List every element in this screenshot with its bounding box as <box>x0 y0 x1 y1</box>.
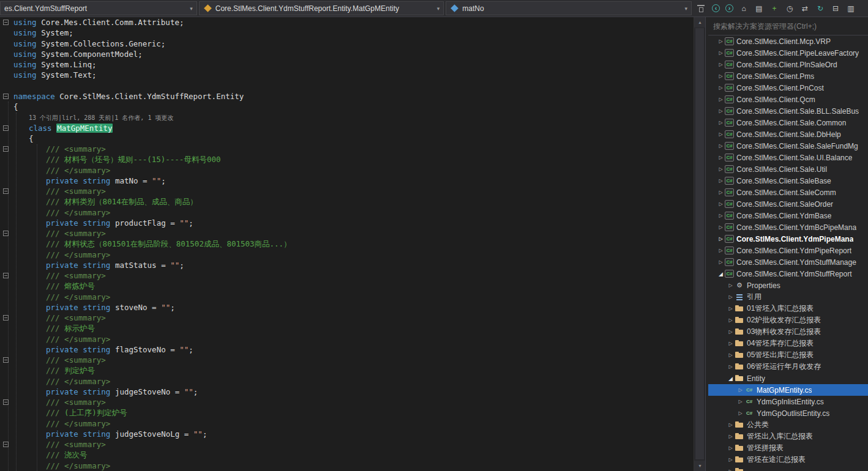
expand-arrow-icon[interactable]: ▷ <box>727 457 735 462</box>
editor-scrollbar[interactable]: ▲ ▼ <box>694 17 705 471</box>
code-line[interactable]: /// </summary> <box>0 207 694 218</box>
switch-views-icon[interactable]: ▤ <box>754 4 764 13</box>
expand-arrow-icon[interactable]: ▷ <box>727 352 735 358</box>
expand-arrow-icon[interactable]: ▷ <box>727 283 735 288</box>
tree-item[interactable]: ▷C#Core.StlMes.Client.YdmBcPipeMana <box>708 221 868 233</box>
collapse-all-icon[interactable]: ⊟ <box>831 4 840 13</box>
expand-arrow-icon[interactable]: ▷ <box>717 62 725 67</box>
tree-item[interactable]: ▷C#Core.StlMes.Client.YdmPipeReport <box>708 245 868 256</box>
expand-arrow-icon[interactable]: ▷ <box>717 39 725 44</box>
expand-arrow-icon[interactable]: ▷ <box>717 85 725 91</box>
tree-item[interactable]: ▷C#MatGpMEntity.cs <box>708 384 868 396</box>
code-line[interactable]: /// <summary> <box>0 439 694 450</box>
codelens-info[interactable]: 13 个引用|lirl, 288 天前|1 名作者, 1 项更改 <box>29 114 173 121</box>
tree-item[interactable]: ▷C#Core.StlMes.Client.Sale.Common <box>708 117 868 128</box>
tree-item[interactable]: ▷ <box>708 465 868 471</box>
refresh-icon[interactable]: ↻ <box>815 4 825 13</box>
tree-item[interactable]: ▷C#Core.StlMes.Client.Sale.BLL.SaleBus <box>708 105 868 117</box>
tree-item[interactable]: ▷03物料收发存汇总报表 <box>708 326 868 338</box>
tree-item[interactable]: ▷C#Core.StlMes.Client.Mcp.VRP <box>708 35 868 47</box>
fold-toggle-icon[interactable] <box>0 439 13 450</box>
expand-arrow-icon[interactable]: ▷ <box>717 132 725 137</box>
expand-arrow-icon[interactable]: ▷ <box>727 329 735 335</box>
expand-arrow-icon[interactable]: ▷ <box>717 224 725 230</box>
expand-arrow-icon[interactable]: ▷ <box>717 236 725 242</box>
tree-item[interactable]: ◢Entity <box>708 373 868 384</box>
scrollbar-thumb[interactable] <box>695 28 704 459</box>
tree-item[interactable]: ▷C#Core.StlMes.Client.Sale.UI.Balance <box>708 152 868 163</box>
code-line[interactable]: /// <summary> <box>0 144 694 154</box>
code-line[interactable]: class MatGpMEntity <box>0 123 694 133</box>
collapse-arrow-icon[interactable]: ◢ <box>727 376 735 382</box>
sync-active-document-icon[interactable]: ⇄ <box>800 4 810 13</box>
expand-arrow-icon[interactable]: ▷ <box>717 73 725 79</box>
tree-item[interactable]: ▷C#Core.StlMes.Client.PnCost <box>708 82 868 94</box>
fold-toggle-icon[interactable] <box>0 123 13 133</box>
code-line[interactable]: using System.Text; <box>0 70 694 80</box>
fold-toggle-icon[interactable] <box>0 397 13 407</box>
expand-arrow-icon[interactable]: ▷ <box>717 97 725 102</box>
tree-item[interactable]: ▷04管坯库存汇总报表 <box>708 338 868 349</box>
tree-item[interactable]: ▷引用 <box>708 291 868 303</box>
code-line[interactable]: /// <summary> <box>0 355 694 365</box>
tree-item[interactable]: ▷02炉批收发存汇总报表 <box>708 314 868 326</box>
code-line[interactable]: /// </summary> <box>0 461 694 471</box>
code-line[interactable]: using Core.Mes.Client.Comm.Attribute; <box>0 17 694 28</box>
code-line[interactable]: /// 浇次号 <box>0 450 694 460</box>
collapse-arrow-icon[interactable]: ◢ <box>717 271 725 277</box>
expand-arrow-icon[interactable]: ▷ <box>736 387 744 393</box>
fold-toggle-icon[interactable] <box>0 186 13 196</box>
tree-item[interactable]: ▷C#Core.StlMes.Client.PlnSaleOrd <box>708 59 868 70</box>
tree-item[interactable]: ▷⚙Properties <box>708 280 868 291</box>
expand-arrow-icon[interactable]: ▷ <box>717 178 725 184</box>
tree-item[interactable]: ▷C#YdmGpOutlistEntity.cs <box>708 407 868 419</box>
expand-arrow-icon[interactable]: ▷ <box>717 166 725 172</box>
code-line[interactable]: /// 标示炉号 <box>0 323 694 333</box>
code-line[interactable]: /// (上工序)判定炉号 <box>0 407 694 418</box>
nav-back-icon[interactable]: ‹ <box>712 4 720 12</box>
code-line[interactable]: /// </summary> <box>0 334 694 344</box>
code-line[interactable]: using System.ComponentModel; <box>0 49 694 59</box>
tree-item[interactable]: ▷C#Core.StlMes.Client.Sale.Util <box>708 163 868 175</box>
expand-arrow-icon[interactable]: ▷ <box>717 201 725 207</box>
code-line[interactable]: /// 判定炉号 <box>0 365 694 376</box>
tree-item[interactable]: ▷管坯拼报表 <box>708 442 868 454</box>
fold-toggle-icon[interactable] <box>0 17 13 28</box>
code-line[interactable]: /// <summary> <box>0 228 694 239</box>
expand-arrow-icon[interactable]: ▷ <box>727 364 735 369</box>
expand-arrow-icon[interactable]: ▷ <box>727 341 735 346</box>
tree-item[interactable]: ▷C#Core.StlMes.Client.YdmBase <box>708 210 868 221</box>
tree-item[interactable]: ▷C#Core.StlMes.Client.Sale.DbHelp <box>708 128 868 140</box>
code-line[interactable]: 13 个引用|lirl, 288 天前|1 名作者, 1 项更改 <box>0 112 694 122</box>
code-line[interactable]: private string stoveNo = ""; <box>0 302 694 313</box>
tree-item[interactable]: ▷C#Core.StlMes.Client.Pms <box>708 70 868 82</box>
code-line[interactable]: /// </summary> <box>0 418 694 429</box>
tree-item[interactable]: ▷C#Core.StlMes.Client.PipeLeaveFactory <box>708 47 868 59</box>
tree-item[interactable]: ▷C#Core.StlMes.Client.Qcm <box>708 94 868 105</box>
fold-toggle-icon[interactable] <box>0 270 13 281</box>
fold-toggle-icon[interactable] <box>0 313 13 323</box>
code-line[interactable]: using System; <box>0 28 694 38</box>
expand-arrow-icon[interactable]: ▷ <box>736 399 744 404</box>
code-line[interactable]: { <box>0 102 694 112</box>
tree-item[interactable]: ▷C#Core.StlMes.Client.Sale.SaleFundMg <box>708 140 868 152</box>
fold-toggle-icon[interactable] <box>0 355 13 365</box>
expand-arrow-icon[interactable]: ▷ <box>717 259 725 265</box>
tree-item[interactable]: ▷C#Core.StlMes.Client.SaleComm <box>708 187 868 198</box>
code-line[interactable]: /// 熔炼炉号 <box>0 281 694 291</box>
tree-item[interactable]: ▷C#Core.StlMes.Client.YdmStuffManage <box>708 256 868 268</box>
expand-arrow-icon[interactable]: ▷ <box>717 143 725 149</box>
expand-arrow-icon[interactable]: ▷ <box>717 108 725 114</box>
project-dropdown[interactable]: es.Client.YdmStuffReport ▾ <box>0 1 197 15</box>
tree-item[interactable]: ▷公共类 <box>708 419 868 431</box>
fold-toggle-icon[interactable] <box>0 228 13 239</box>
tree-item[interactable]: ▷05管坯出库汇总报表 <box>708 349 868 361</box>
fold-toggle-icon[interactable] <box>0 144 13 154</box>
code-line[interactable]: { <box>0 133 694 144</box>
history-icon[interactable]: ◷ <box>785 4 795 13</box>
tree-item[interactable]: ▷01管坯入库汇总报表 <box>708 303 868 314</box>
expand-arrow-icon[interactable]: ▷ <box>727 294 735 300</box>
code-line[interactable]: /// </summary> <box>0 250 694 260</box>
expand-arrow-icon[interactable]: ▷ <box>717 213 725 218</box>
code-line[interactable]: private string judgeStoveNoLg = ""; <box>0 429 694 439</box>
